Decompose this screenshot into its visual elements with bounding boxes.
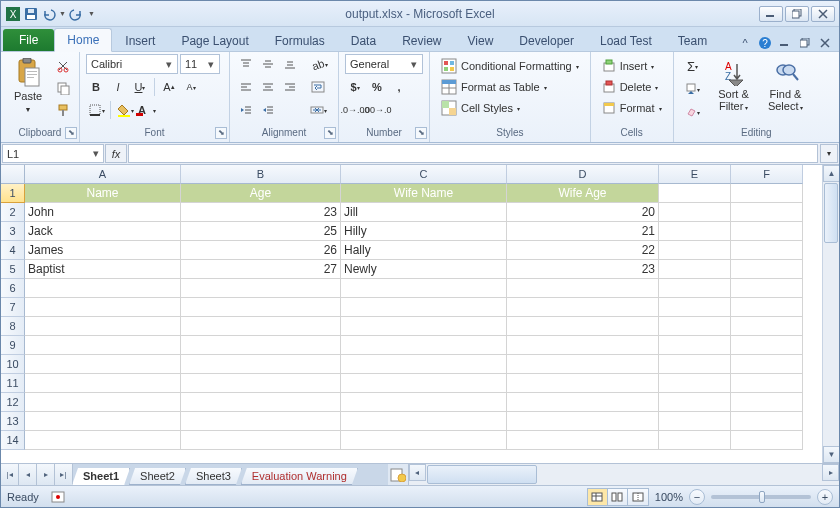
- cell-11-D[interactable]: [507, 374, 659, 393]
- redo-icon[interactable]: [68, 6, 84, 22]
- help-icon[interactable]: ?: [757, 35, 773, 51]
- cell-1-A[interactable]: Name: [25, 184, 181, 203]
- horizontal-scrollbar[interactable]: ◂ ▸: [408, 464, 839, 485]
- cell-7-F[interactable]: [731, 298, 803, 317]
- zoom-slider-handle[interactable]: [759, 491, 765, 503]
- cell-8-F[interactable]: [731, 317, 803, 336]
- restore-button[interactable]: [785, 6, 809, 22]
- tab-data[interactable]: Data: [338, 29, 389, 52]
- close-button[interactable]: [811, 6, 835, 22]
- row-header-14[interactable]: 14: [1, 431, 25, 450]
- fill-color-button[interactable]: ▾: [115, 100, 135, 120]
- align-center-button[interactable]: [258, 77, 278, 97]
- cell-2-E[interactable]: [659, 203, 731, 222]
- vscroll-thumb[interactable]: [824, 183, 838, 243]
- doc-minimize-button[interactable]: [777, 35, 793, 51]
- minimize-button[interactable]: [759, 6, 783, 22]
- save-icon[interactable]: [23, 6, 39, 22]
- cell-9-D[interactable]: [507, 336, 659, 355]
- cell-10-F[interactable]: [731, 355, 803, 374]
- cell-3-D[interactable]: 21: [507, 222, 659, 241]
- font-size-combo[interactable]: 11▾: [180, 54, 220, 74]
- cell-6-D[interactable]: [507, 279, 659, 298]
- cell-5-D[interactable]: 23: [507, 260, 659, 279]
- tab-review[interactable]: Review: [389, 29, 454, 52]
- merge-center-button[interactable]: ▾: [304, 100, 332, 120]
- expand-formula-bar[interactable]: ▾: [820, 144, 838, 163]
- cell-13-E[interactable]: [659, 412, 731, 431]
- cell-13-A[interactable]: [25, 412, 181, 431]
- tab-insert[interactable]: Insert: [112, 29, 168, 52]
- cell-14-F[interactable]: [731, 431, 803, 450]
- row-header-8[interactable]: 8: [1, 317, 25, 336]
- tab-load-test[interactable]: Load Test: [587, 29, 665, 52]
- underline-button[interactable]: U▾: [130, 77, 150, 97]
- next-sheet-button[interactable]: ▸: [37, 464, 55, 485]
- first-sheet-button[interactable]: |◂: [1, 464, 19, 485]
- align-right-button[interactable]: [280, 77, 300, 97]
- zoom-level[interactable]: 100%: [655, 491, 683, 503]
- cell-8-D[interactable]: [507, 317, 659, 336]
- percent-format-button[interactable]: %: [367, 77, 387, 97]
- prev-sheet-button[interactable]: ◂: [19, 464, 37, 485]
- cell-5-B[interactable]: 27: [181, 260, 341, 279]
- cell-4-C[interactable]: Hally: [341, 241, 507, 260]
- format-painter-button[interactable]: [53, 100, 73, 120]
- cell-10-E[interactable]: [659, 355, 731, 374]
- cell-1-C[interactable]: Wife Name: [341, 184, 507, 203]
- scroll-up-button[interactable]: ▲: [823, 165, 839, 182]
- conditional-formatting-button[interactable]: Conditional Formatting▾: [436, 56, 584, 76]
- col-header-E[interactable]: E: [659, 165, 731, 184]
- row-header-2[interactable]: 2: [1, 203, 25, 222]
- autosum-button[interactable]: Σ▾: [680, 56, 706, 76]
- decrease-decimal-button[interactable]: .00→.0: [367, 100, 387, 120]
- cell-8-C[interactable]: [341, 317, 507, 336]
- scroll-left-button[interactable]: ◂: [409, 464, 426, 481]
- cell-styles-button[interactable]: Cell Styles▾: [436, 98, 525, 118]
- tab-home[interactable]: Home: [54, 28, 112, 52]
- undo-dropdown[interactable]: ▼: [59, 10, 66, 17]
- font-name-combo[interactable]: Calibri▾: [86, 54, 178, 74]
- cell-8-E[interactable]: [659, 317, 731, 336]
- normal-view-button[interactable]: [588, 489, 608, 505]
- zoom-in-button[interactable]: +: [817, 489, 833, 505]
- select-all-corner[interactable]: [1, 165, 25, 184]
- col-header-F[interactable]: F: [731, 165, 803, 184]
- cell-6-A[interactable]: [25, 279, 181, 298]
- cell-13-D[interactable]: [507, 412, 659, 431]
- cell-12-F[interactable]: [731, 393, 803, 412]
- find-select-button[interactable]: Find & Select ▾: [762, 54, 810, 120]
- align-middle-button[interactable]: [258, 54, 278, 74]
- row-header-13[interactable]: 13: [1, 412, 25, 431]
- number-dialog-launcher[interactable]: ⬊: [415, 127, 427, 139]
- cell-grid[interactable]: ABCDEF1NameAgeWife NameWife Age2John23Ji…: [1, 165, 803, 463]
- sheet-tab-sheet3[interactable]: Sheet3: [185, 468, 242, 485]
- tab-view[interactable]: View: [455, 29, 507, 52]
- zoom-out-button[interactable]: −: [689, 489, 705, 505]
- col-header-C[interactable]: C: [341, 165, 507, 184]
- cell-6-B[interactable]: [181, 279, 341, 298]
- cell-9-F[interactable]: [731, 336, 803, 355]
- cell-1-B[interactable]: Age: [181, 184, 341, 203]
- cell-12-D[interactable]: [507, 393, 659, 412]
- cut-button[interactable]: [53, 56, 73, 76]
- cell-10-B[interactable]: [181, 355, 341, 374]
- fill-button[interactable]: ▾: [680, 79, 706, 99]
- hscroll-thumb[interactable]: [427, 465, 537, 484]
- delete-cells-button[interactable]: Delete▾: [597, 77, 664, 97]
- insert-cells-button[interactable]: Insert▾: [597, 56, 660, 76]
- file-tab[interactable]: File: [3, 29, 54, 51]
- doc-restore-button[interactable]: [797, 35, 813, 51]
- last-sheet-button[interactable]: ▸|: [55, 464, 73, 485]
- align-left-button[interactable]: [236, 77, 256, 97]
- border-button[interactable]: ▾: [86, 100, 106, 120]
- increase-font-button[interactable]: A▴: [159, 77, 179, 97]
- cell-5-A[interactable]: Baptist: [25, 260, 181, 279]
- cell-4-F[interactable]: [731, 241, 803, 260]
- col-header-B[interactable]: B: [181, 165, 341, 184]
- doc-close-button[interactable]: [817, 35, 833, 51]
- cell-11-A[interactable]: [25, 374, 181, 393]
- clipboard-dialog-launcher[interactable]: ⬊: [65, 127, 77, 139]
- cell-12-A[interactable]: [25, 393, 181, 412]
- row-header-7[interactable]: 7: [1, 298, 25, 317]
